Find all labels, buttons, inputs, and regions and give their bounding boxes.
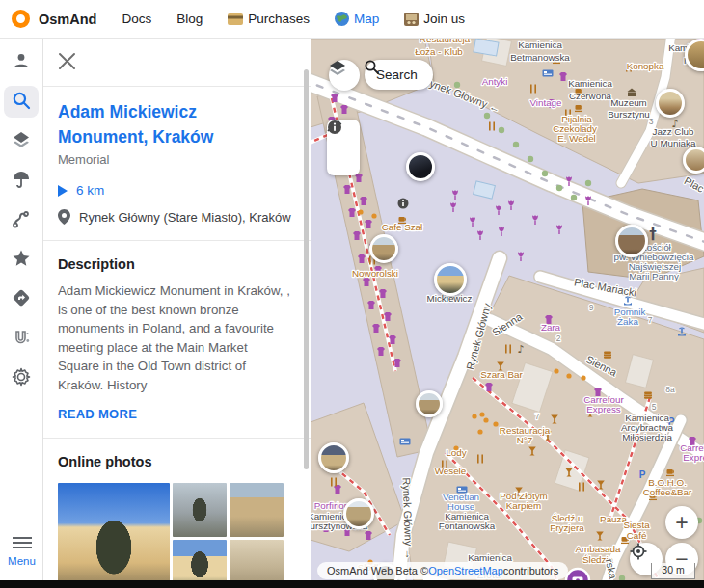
nav-item-label: Blog bbox=[176, 12, 203, 26]
map-poi-dot-icon bbox=[581, 375, 585, 380]
map-label: E. Wedel bbox=[557, 133, 596, 144]
map-poi-dot-icon bbox=[472, 414, 476, 418]
map-poi-dot-icon bbox=[483, 417, 488, 422]
umbrella-icon bbox=[12, 170, 31, 193]
search-icon bbox=[12, 91, 31, 114]
map-label: Muzeum bbox=[610, 97, 647, 108]
map-label: 9 bbox=[589, 303, 594, 312]
nav-item-label: Map bbox=[354, 12, 379, 26]
sidebar-item-navigation[interactable] bbox=[4, 283, 39, 315]
map-photo-marker[interactable] bbox=[656, 89, 685, 118]
map-poi-dot-icon bbox=[554, 368, 558, 373]
monument-square-photo[interactable] bbox=[173, 483, 227, 537]
sidebar-menu-button[interactable]: Menu bbox=[0, 536, 43, 567]
map-label: Express bbox=[586, 404, 620, 414]
brand[interactable]: OsmAnd bbox=[12, 10, 96, 28]
distance-value: 6 km bbox=[76, 183, 104, 198]
address-text: Rynek Główny (Stare Miasto), Kraków bbox=[79, 210, 291, 225]
sidebar-item-weather[interactable] bbox=[4, 165, 39, 197]
map-search-label: Search bbox=[376, 67, 418, 82]
map-poi-dot-icon bbox=[358, 209, 363, 214]
divider bbox=[43, 240, 311, 241]
map-poi-burger-icon bbox=[604, 352, 611, 359]
map-photo-marker[interactable] bbox=[318, 442, 349, 473]
map-photo-marker[interactable] bbox=[683, 147, 704, 174]
osmand-logo-icon bbox=[12, 10, 30, 28]
layers-icon bbox=[12, 130, 31, 153]
map-label: Coffee&Bar bbox=[643, 487, 692, 497]
map-label: Kamienica bbox=[518, 40, 562, 50]
map-label: 7 bbox=[535, 412, 540, 421]
nav-item-map[interactable]: Map bbox=[335, 12, 379, 26]
map-label: U Muniaka bbox=[651, 138, 696, 148]
place-title: Adam Mickiewicz Monument, Kraków bbox=[58, 99, 289, 149]
sidebar-item-plan-route[interactable] bbox=[4, 323, 39, 355]
map-label: Bursztynu bbox=[608, 109, 650, 120]
sidebar-item-tracks[interactable] bbox=[4, 204, 39, 236]
map-label: Karpiem bbox=[506, 500, 541, 511]
map-label: 7 bbox=[648, 315, 653, 325]
map-poi-tree-icon bbox=[499, 127, 504, 133]
map-poi-cross-icon: † bbox=[649, 226, 657, 243]
distance-row[interactable]: 6 km bbox=[58, 183, 296, 198]
openstreetmap-link[interactable]: OpenStreetMap bbox=[428, 565, 503, 576]
map-label: Miłosierdzia bbox=[622, 432, 672, 442]
read-more-button[interactable]: READ MORE bbox=[58, 407, 296, 421]
map-poi-music-icon: ♪ bbox=[517, 343, 524, 356]
map-label: Ambasada bbox=[576, 544, 621, 554]
sidebar-icons bbox=[4, 39, 39, 394]
zoom-in-button[interactable]: + bbox=[665, 506, 698, 539]
map-label: 3 bbox=[649, 117, 654, 126]
nav-item-label: Docs bbox=[122, 12, 151, 26]
join-us-icon bbox=[404, 13, 419, 26]
map-label: Noworolski bbox=[352, 268, 398, 279]
map-poi-info-icon bbox=[398, 199, 409, 209]
sidebar-item-settings[interactable] bbox=[4, 362, 39, 394]
sidebar-item-search[interactable] bbox=[4, 86, 39, 118]
svg-text:†: † bbox=[649, 226, 657, 243]
brand-name: OsmAnd bbox=[39, 12, 96, 27]
hamburger-icon bbox=[12, 536, 33, 552]
left-sidebar: Menu bbox=[0, 39, 43, 580]
nav-item-blog[interactable]: Blog bbox=[176, 12, 203, 26]
map-label: Café bbox=[627, 530, 647, 541]
map-label: Cafe Szał bbox=[382, 222, 423, 232]
sidebar-item-configure-map[interactable] bbox=[4, 125, 39, 157]
close-icon[interactable] bbox=[58, 52, 76, 70]
map-scale-bar: 30 m bbox=[651, 563, 695, 579]
map-poi-dot-icon bbox=[566, 373, 571, 378]
map-poi-tree-icon bbox=[528, 156, 533, 162]
nav-item-label: Join us bbox=[423, 12, 465, 26]
route-icon bbox=[12, 209, 31, 232]
map-photo-marker[interactable] bbox=[369, 234, 398, 263]
monument-cloth-hall-photo[interactable] bbox=[58, 483, 170, 588]
map-photo-marker[interactable] bbox=[343, 498, 374, 529]
map-label: Wesele bbox=[435, 466, 467, 476]
nav-item-join-us[interactable]: Join us bbox=[404, 12, 465, 26]
star-icon bbox=[12, 249, 31, 272]
map-label: 8a bbox=[665, 385, 675, 394]
map-photo-marker[interactable] bbox=[406, 152, 435, 181]
attribution-prefix: OsmAnd Web Beta © bbox=[327, 565, 428, 576]
aerial-square-photo[interactable] bbox=[230, 483, 284, 537]
map-label: Czerwona bbox=[569, 91, 612, 101]
nav-item-purchases[interactable]: Purchases bbox=[228, 12, 310, 26]
map-photo-marker[interactable] bbox=[416, 390, 443, 417]
map-photo-marker[interactable] bbox=[434, 263, 467, 296]
nav-item-docs[interactable]: Docs bbox=[122, 12, 151, 26]
map-search-button[interactable]: Search bbox=[365, 60, 433, 90]
map-poi-dot-icon bbox=[371, 213, 376, 218]
map-photo-marker[interactable] bbox=[615, 225, 648, 257]
map-layers-button[interactable] bbox=[329, 60, 360, 91]
sidebar-item-account[interactable] bbox=[4, 46, 39, 78]
panel-scrollbar[interactable] bbox=[304, 69, 309, 469]
address-row: Rynek Główny (Stare Miasto), Kraków bbox=[58, 209, 296, 225]
sidebar-item-favorites[interactable] bbox=[4, 244, 39, 276]
map-canvas[interactable]: ♪♪†PP RestauracjaŁoża - KlubKamienicaBet… bbox=[311, 39, 704, 588]
map-label: Jazz Club bbox=[652, 126, 694, 137]
divider bbox=[43, 438, 311, 439]
info-icon[interactable] bbox=[327, 120, 342, 135]
map-poi-dot-icon bbox=[477, 429, 482, 434]
osmand-web-app: { "navbar": { "brand": "OsmAnd", "items"… bbox=[0, 0, 704, 588]
map-label: Kamienica bbox=[568, 78, 612, 89]
